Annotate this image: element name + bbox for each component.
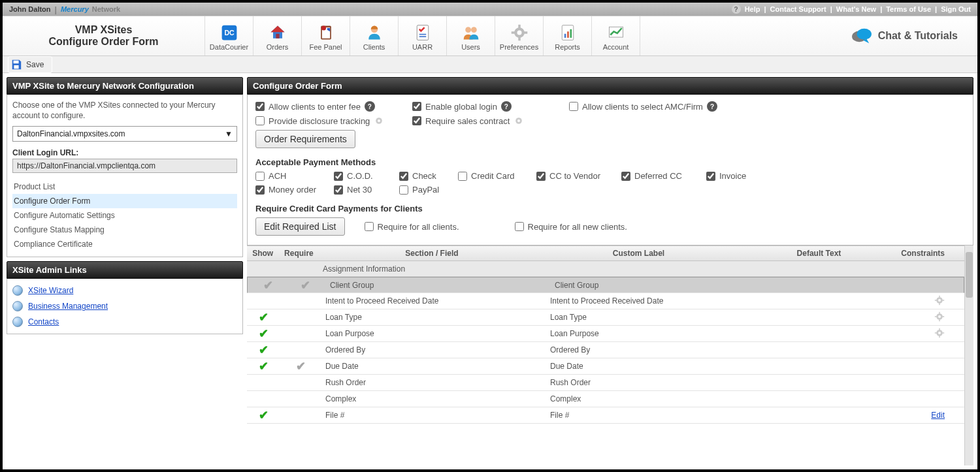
nav-status-mapping[interactable]: Configure Status Mapping — [12, 223, 237, 237]
show-cell[interactable]: ✔ — [247, 360, 280, 372]
terms-link[interactable]: Terms of Use — [886, 5, 931, 13]
custom-label-cell: Rush Order — [550, 378, 753, 387]
require-new-checkbox[interactable] — [515, 222, 524, 231]
svg-marker-3 — [270, 26, 284, 33]
nav-orders[interactable]: Orders — [253, 16, 302, 55]
save-button[interactable]: Save — [8, 56, 52, 73]
gear-icon — [510, 24, 529, 42]
sales-contract-checkbox[interactable] — [412, 116, 421, 125]
field-cell: Intent to Proceed Received Date — [321, 296, 550, 306]
custom-label-cell: Loan Type — [550, 313, 753, 322]
pay-ach[interactable] — [255, 172, 265, 181]
nav-compliance-cert[interactable]: Compliance Certificate — [12, 237, 237, 251]
nav-users[interactable]: Users — [447, 16, 495, 55]
left-column: VMP XSite to Mercury Network Configurati… — [7, 77, 243, 465]
nav-uarr[interactable]: UARR — [399, 16, 447, 55]
nav-configure-order-form[interactable]: Configure Order Form — [12, 194, 237, 208]
constraints-cell[interactable]: Edit — [923, 411, 964, 420]
page-title-block: VMP XSites Configure Order Form — [3, 16, 205, 55]
table-row[interactable]: ✔Loan PurposeLoan Purpose — [247, 326, 964, 342]
svg-point-47 — [938, 332, 941, 334]
table-row[interactable]: ✔✔Due DateDue Date — [247, 358, 964, 375]
client-login-url: https://DaltonFinancial.vmpclientqa.com — [12, 159, 237, 173]
require-cell[interactable]: ✔ — [284, 279, 326, 291]
help-link[interactable]: Help — [745, 5, 760, 13]
table-row[interactable]: Rush OrderRush Order — [247, 375, 964, 391]
show-cell[interactable]: ✔ — [247, 409, 280, 421]
show-cell[interactable]: ✔ — [252, 279, 284, 291]
table-row[interactable]: ✔✔Client GroupClient Group — [247, 277, 964, 293]
svg-rect-16 — [518, 25, 521, 28]
clipboard-icon — [316, 24, 336, 42]
show-cell[interactable]: ✔ — [247, 311, 280, 323]
whats-new-link[interactable]: What's New — [836, 5, 876, 13]
edit-required-list-button[interactable]: Edit Required List — [255, 217, 345, 236]
help-icon[interactable]: ? — [365, 101, 375, 112]
svg-point-33 — [517, 119, 520, 122]
pay-ccvendor[interactable] — [536, 172, 546, 181]
field-cell: Loan Type — [321, 313, 550, 322]
svg-point-15 — [517, 31, 521, 35]
show-cell[interactable]: ✔ — [247, 344, 280, 356]
constraints-cell[interactable] — [923, 311, 964, 324]
svg-rect-42 — [939, 311, 940, 313]
order-requirements-button[interactable]: Order Requirements — [255, 130, 355, 148]
toolbar: Save — [3, 56, 977, 73]
pay-cod[interactable] — [334, 172, 343, 181]
pay-invoice[interactable] — [706, 172, 715, 181]
nav-feepanel[interactable]: Fee Panel — [302, 16, 350, 55]
table-row[interactable]: ✔Ordered ByOrdered By — [247, 342, 964, 358]
svg-rect-22 — [567, 31, 569, 38]
select-amc-checkbox[interactable] — [569, 102, 578, 111]
table-row[interactable]: ✔File #File #Edit — [247, 407, 964, 424]
nav-preferences[interactable]: Preferences — [495, 16, 544, 55]
help-icon[interactable]: ? — [707, 101, 717, 112]
global-login-checkbox[interactable] — [412, 102, 421, 111]
pay-paypal[interactable] — [399, 185, 408, 195]
svg-text:DC: DC — [224, 29, 235, 37]
pay-money[interactable] — [255, 185, 265, 195]
pay-net30[interactable] — [334, 185, 343, 195]
xsite-select[interactable]: DaltonFinancial.vmpxsites.com ▼ — [12, 126, 237, 142]
pay-credit[interactable] — [458, 172, 467, 181]
svg-rect-23 — [570, 29, 572, 38]
table-row[interactable]: ComplexComplex — [247, 391, 964, 407]
scrollbar[interactable] — [964, 245, 973, 465]
field-cell: Complex — [321, 394, 550, 403]
save-icon — [10, 59, 22, 71]
custom-label-cell: Client Group — [555, 281, 757, 290]
disclosure-checkbox[interactable] — [255, 116, 265, 125]
scrollbar-thumb[interactable] — [966, 252, 973, 298]
field-cell: Due Date — [321, 362, 550, 371]
pay-deferred[interactable] — [621, 172, 630, 181]
svg-rect-45 — [942, 316, 944, 317]
separator: | — [55, 5, 57, 14]
show-cell[interactable]: ✔ — [247, 328, 280, 339]
contact-support-link[interactable]: Contact Support — [770, 5, 826, 13]
table-row[interactable]: ✔Loan TypeLoan Type — [247, 309, 964, 326]
constraints-cell[interactable] — [923, 328, 964, 340]
business-mgmt-link[interactable]: Business Management — [28, 302, 108, 311]
table-row[interactable]: Intent to Proceed Received DateIntent to… — [247, 293, 964, 309]
nav-auto-settings[interactable]: Configure Automatic Settings — [12, 208, 237, 223]
gear-icon[interactable] — [514, 116, 524, 126]
help-icon[interactable]: ? — [732, 5, 741, 14]
constraints-cell[interactable] — [923, 295, 964, 307]
nav-account[interactable]: Account — [592, 16, 640, 55]
pay-check[interactable] — [399, 172, 408, 181]
xsite-wizard-link[interactable]: XSite Wizard — [28, 286, 73, 295]
nav-clients[interactable]: Clients — [350, 16, 399, 55]
signout-link[interactable]: Sign Out — [941, 5, 971, 13]
contacts-link[interactable]: Contacts — [28, 317, 59, 326]
intro-text: Choose one of the VMP XSites connected t… — [12, 100, 237, 121]
custom-label-cell: File # — [550, 411, 753, 420]
gear-icon[interactable] — [374, 116, 384, 126]
allow-fee-checkbox[interactable] — [255, 102, 265, 111]
chat-tutorials[interactable]: Chat & Tutorials — [851, 16, 977, 55]
nav-product-list[interactable]: Product List — [12, 180, 237, 194]
nav-datacourier[interactable]: DC DataCourier — [205, 16, 253, 55]
require-cell[interactable]: ✔ — [280, 360, 321, 372]
help-icon[interactable]: ? — [501, 101, 512, 112]
nav-reports[interactable]: Reports — [544, 16, 592, 55]
require-all-checkbox[interactable] — [365, 222, 374, 231]
